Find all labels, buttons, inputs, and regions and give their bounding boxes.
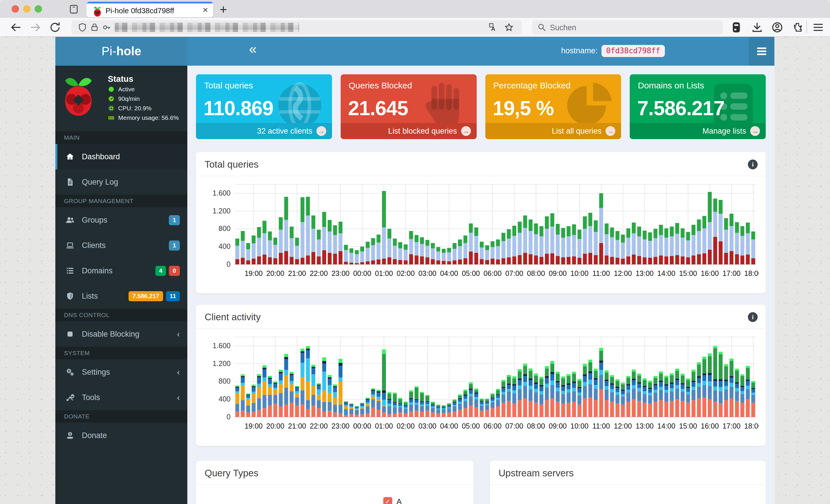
svg-text:1.200: 1.200 [213,207,230,215]
hand-icon [418,79,470,123]
extension-icon[interactable] [730,21,742,33]
bottom-row: Query Types ✓ A Upstream servers [196,461,766,504]
bookmark-star-icon[interactable] [504,23,514,32]
pihole-page: Pi-hole « hostname:0fd38cd798ff Status A… [55,37,774,504]
status-label: CPU: 20.9% [118,105,152,112]
forward-icon[interactable] [29,21,41,33]
svg-text:09:00: 09:00 [549,422,567,430]
sidebar-item-lists[interactable]: Lists7.586.21711 [55,283,187,309]
shield-icon [66,292,74,300]
sidebar-item-label: Disable Blocking [82,330,139,339]
sidebar-item-dashboard[interactable]: Dashboard [55,144,187,169]
svg-text:1.600: 1.600 [213,342,230,349]
gears-icon [66,368,74,376]
close-window-button[interactable] [11,5,19,13]
client-activity-chart: 1.6001.200800400019:0020:0021:0022:0023:… [200,334,759,435]
section-header-dns-control: DNS CONTROL [55,309,187,322]
tracking-shield-icon[interactable] [78,23,87,32]
status-row-cpu-20-9: CPU: 20.9% [108,105,152,112]
status-label: Active [118,86,135,93]
card-footer-link[interactable]: List all queries→ [485,123,621,139]
sidebar-item-disable-blocking[interactable]: Disable Blocking‹ [55,322,187,347]
svg-text:1.600: 1.600 [213,189,230,197]
reload-icon[interactable] [49,21,61,33]
svg-text:13:00: 13:00 [635,269,653,277]
sidebar-item-tools[interactable]: Tools‹ [55,385,187,410]
key-icon[interactable] [102,23,111,32]
sidebar-item-label: Lists [82,292,98,301]
app-menu-button[interactable] [749,37,774,66]
svg-text:$: $ [69,433,71,436]
search-field[interactable]: Suchen [532,20,723,35]
sidebar-item-query-log[interactable]: Query Log [55,169,187,195]
total-queries-chart: 1.6001.200800400019:0020:0021:0022:0023:… [200,181,759,282]
svg-text:23:00: 23:00 [331,269,350,277]
brand-logo[interactable]: Pi-hole [55,37,187,66]
browser-toolbar: `A Suchen [0,18,830,37]
panel-header: Upstream servers [490,461,766,485]
cpu-icon [108,105,115,112]
legend-label[interactable]: A [396,497,402,504]
svg-text:400: 400 [219,395,230,403]
translate-icon[interactable]: `A [489,23,498,32]
info-icon[interactable]: i [748,160,758,169]
extensions-puzzle-icon[interactable] [791,21,803,33]
svg-text:1.200: 1.200 [213,360,230,368]
card-percentage-blocked: Percentage Blocked19,5 %List all queries… [485,74,621,139]
card-footer-label: List blocked queries [388,127,457,136]
sidebar-collapse-icon[interactable]: « [249,41,257,57]
card-footer-link[interactable]: 32 active clients→ [196,123,332,139]
svg-text:12:00: 12:00 [614,269,632,277]
svg-text:03:00: 03:00 [418,269,437,277]
upstream-servers-panel: Upstream servers [490,461,766,504]
main-content: Total queries110.86932 active clients→Qu… [187,66,774,504]
sidebar-item-domains[interactable]: Domains40 [55,258,187,283]
back-icon[interactable] [10,21,22,33]
sidebar-item-donate[interactable]: $Donate [55,423,187,448]
sidebar-item-clients[interactable]: Clients1 [55,233,187,258]
pie-icon [563,79,615,123]
svg-text:11:00: 11:00 [593,269,610,277]
info-icon[interactable]: i [748,312,758,322]
svg-text:20:00: 20:00 [266,269,284,277]
svg-text:400: 400 [219,242,230,250]
hostname: hostname:0fd38cd798ff [561,45,665,57]
svg-text:07:00: 07:00 [505,269,523,277]
minimize-window-button[interactable] [23,5,31,13]
donate-icon: $ [66,431,74,440]
status-row-memory-usage-56-6: Memory usage: 56.6% [108,114,179,121]
badge: 11 [166,291,180,301]
sidebar-item-settings[interactable]: Settings‹ [55,360,187,385]
tab-close-icon[interactable]: × [202,5,208,15]
sidebar-nav: MAINDashboardQuery LogGROUP MANAGEMENTGr… [55,131,187,504]
card-footer-label: Manage lists [702,127,746,136]
svg-text:05:00: 05:00 [462,422,480,430]
sidebar-item-groups[interactable]: Groups1 [55,207,187,233]
tools-icon [66,393,74,402]
list-icon [66,266,74,275]
panel-header: Client activity i [196,305,766,329]
url-bar[interactable]: `A [71,20,522,35]
menu-hamburger-icon[interactable] [812,21,824,33]
downloads-icon[interactable] [751,21,763,33]
new-tab-button[interactable]: + [220,2,227,17]
svg-text:14:00: 14:00 [658,422,675,430]
users-icon [66,216,74,224]
legend-checkbox[interactable]: ✓ [383,497,392,504]
zoom-window-button[interactable] [35,5,42,13]
tab-bar: Pi-hole 0fd38cd798ff × + [0,0,830,18]
url-redacted [115,23,299,32]
status-label: 90q/min [118,95,140,102]
firefox-view-icon[interactable] [69,4,79,14]
card-footer-link[interactable]: Manage lists→ [630,123,766,139]
card-title: Total queries [204,81,253,91]
svg-text:11:00: 11:00 [593,422,610,430]
browser-chrome: Pi-hole 0fd38cd798ff × + [0,0,830,37]
account-icon[interactable] [771,21,783,33]
card-footer-link[interactable]: List blocked queries→ [341,123,477,139]
memory-icon [108,114,115,121]
browser-tab[interactable]: Pi-hole 0fd38cd798ff × [87,2,213,17]
lock-icon[interactable] [90,23,99,32]
arrow-circle-icon: → [461,126,471,136]
globe-icon [274,79,326,123]
